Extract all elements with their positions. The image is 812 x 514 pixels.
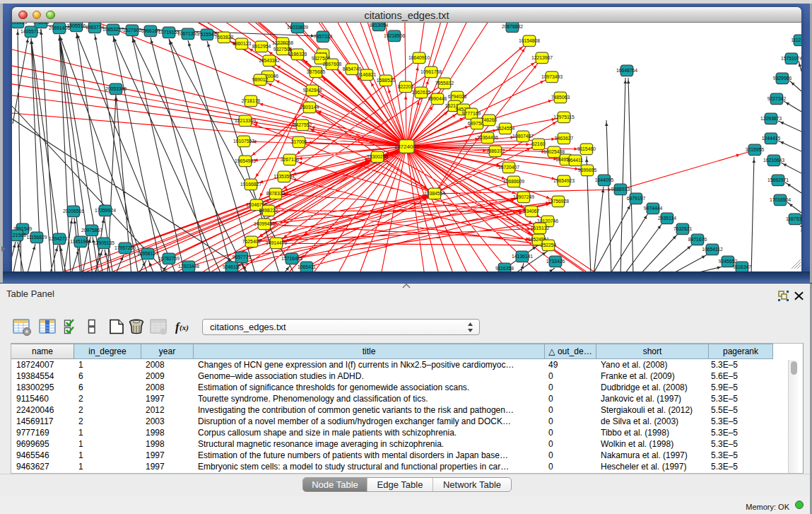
svg-text:16648764: 16648764	[616, 68, 637, 73]
svg-text:9116347: 9116347	[733, 264, 751, 269]
svg-text:9227342: 9227342	[767, 96, 787, 101]
svg-text:(x): (x)	[180, 323, 189, 332]
svg-text:1733426: 1733426	[546, 259, 565, 264]
svg-text:14055712: 14055712	[20, 29, 42, 34]
svg-text:989012: 989012	[252, 77, 269, 82]
svg-text:2867608: 2867608	[323, 62, 342, 66]
svg-text:18724007: 18724007	[394, 144, 420, 150]
svg-text:10853257: 10853257	[102, 27, 124, 32]
svg-text:9860123: 9860123	[233, 41, 252, 46]
svg-text:7625402: 7625402	[242, 239, 261, 244]
svg-text:14099459: 14099459	[254, 221, 275, 226]
svg-text:746266: 746266	[481, 117, 498, 122]
svg-text:9657771: 9657771	[233, 255, 252, 259]
svg-text:8878332: 8878332	[266, 191, 286, 196]
svg-text:8813054: 8813054	[370, 23, 389, 28]
svg-text:1112260: 1112260	[791, 37, 801, 42]
svg-text:2718176: 2718176	[242, 98, 261, 103]
svg-text:14914479: 14914479	[266, 240, 287, 245]
svg-text:7663822: 7663822	[215, 35, 234, 40]
svg-text:8454749: 8454749	[343, 66, 362, 71]
svg-text:19384554: 19384554	[424, 191, 445, 196]
svg-text:6966160: 6966160	[141, 28, 160, 33]
svg-text:252254: 252254	[541, 243, 557, 247]
svg-text:20053346: 20053346	[105, 86, 126, 91]
svg-text:1065411: 1065411	[298, 264, 316, 269]
svg-text:8912954: 8912954	[252, 44, 271, 49]
svg-text:9146821: 9146821	[358, 72, 377, 77]
svg-text:822203: 822203	[398, 84, 414, 89]
svg-text:9474444: 9474444	[644, 206, 663, 211]
svg-text:9329966: 9329966	[773, 76, 792, 81]
svg-text:15720407: 15720407	[498, 165, 519, 170]
svg-text:10961758: 10961758	[420, 69, 442, 74]
svg-text:16543342: 16543342	[259, 58, 280, 63]
svg-text:19654983: 19654983	[235, 158, 256, 163]
svg-text:3267130: 3267130	[281, 157, 300, 162]
svg-text:3215955: 3215955	[746, 147, 765, 152]
svg-text:1527602: 1527602	[123, 28, 142, 33]
svg-text:16782759: 16782759	[158, 256, 180, 261]
svg-text:62160: 62160	[532, 141, 546, 146]
svg-text:15751074: 15751074	[781, 56, 801, 61]
svg-text:9242848: 9242848	[303, 88, 322, 93]
svg-text:16154808: 16154808	[519, 38, 540, 43]
svg-text:19654923: 19654923	[553, 178, 575, 183]
svg-text:9116358: 9116358	[495, 266, 514, 271]
svg-text:14136141: 14136141	[512, 254, 533, 259]
svg-text:9115460: 9115460	[577, 146, 596, 151]
svg-text:3624554: 3624554	[496, 126, 515, 131]
svg-text:1905516: 1905516	[67, 23, 86, 28]
svg-text:9246117: 9246117	[223, 264, 241, 269]
svg-text:10688609: 10688609	[503, 179, 524, 184]
svg-text:7632621: 7632621	[673, 226, 693, 231]
svg-text:20364436: 20364436	[477, 135, 498, 140]
svg-text:9777169: 9777169	[462, 111, 481, 116]
svg-text:18300295: 18300295	[367, 154, 388, 159]
svg-text:17359924: 17359924	[95, 208, 116, 213]
svg-text:8471676: 8471676	[688, 237, 707, 242]
svg-text:1167533: 1167533	[786, 216, 801, 221]
svg-text:2803144: 2803144	[300, 105, 319, 110]
svg-text:10654112: 10654112	[702, 247, 723, 252]
svg-text:1588520: 1588520	[377, 78, 396, 83]
svg-text:10671355: 10671355	[177, 31, 199, 36]
svg-text:1244415: 1244415	[762, 136, 781, 141]
svg-text:16210643: 16210643	[763, 158, 784, 163]
svg-text:9388913: 9388913	[611, 187, 630, 192]
svg-text:7955812: 7955812	[435, 81, 454, 86]
svg-text:8990448: 8990448	[428, 96, 447, 101]
svg-text:9245652: 9245652	[719, 259, 738, 264]
svg-text:19756928: 19756928	[548, 199, 569, 204]
svg-text:7886372: 7886372	[486, 148, 505, 153]
svg-text:317006: 317006	[291, 139, 307, 144]
svg-text:5498222: 5498222	[259, 208, 278, 213]
svg-text:10973493: 10973493	[541, 74, 563, 79]
svg-text:20206516: 20206516	[63, 209, 84, 214]
svg-text:15692971: 15692971	[767, 177, 789, 182]
svg-text:10958127: 10958127	[137, 251, 158, 256]
svg-text:11156829: 11156829	[26, 235, 47, 240]
svg-text:9699695: 9699695	[578, 168, 597, 173]
svg-text:7485063: 7485063	[551, 95, 570, 100]
svg-text:964411: 964411	[567, 158, 583, 163]
svg-text:12213967: 12213967	[531, 55, 553, 60]
svg-text:12093873: 12093873	[760, 116, 782, 121]
svg-text:934067: 934067	[524, 209, 540, 214]
svg-text:2935114: 2935114	[658, 216, 676, 221]
svg-text:19218506: 19218506	[384, 33, 405, 38]
svg-text:16107553: 16107553	[233, 139, 254, 144]
svg-text:8427552: 8427552	[293, 122, 312, 127]
svg-text:18640910: 18640910	[408, 55, 430, 60]
svg-text:11353594: 11353594	[273, 174, 295, 179]
svg-text:1983774: 1983774	[86, 25, 105, 30]
svg-text:20975867: 20975867	[81, 228, 102, 233]
svg-text:12975115: 12975115	[553, 115, 575, 119]
svg-text:6879197: 6879197	[627, 196, 646, 201]
svg-text:1644095: 1644095	[595, 177, 614, 182]
svg-text:7515546: 7515546	[198, 32, 217, 37]
svg-text:1615132: 1615132	[531, 226, 550, 230]
svg-text:17016504: 17016504	[770, 197, 791, 202]
svg-text:1121568: 1121568	[12, 233, 26, 238]
svg-text:9463627: 9463627	[555, 136, 574, 141]
